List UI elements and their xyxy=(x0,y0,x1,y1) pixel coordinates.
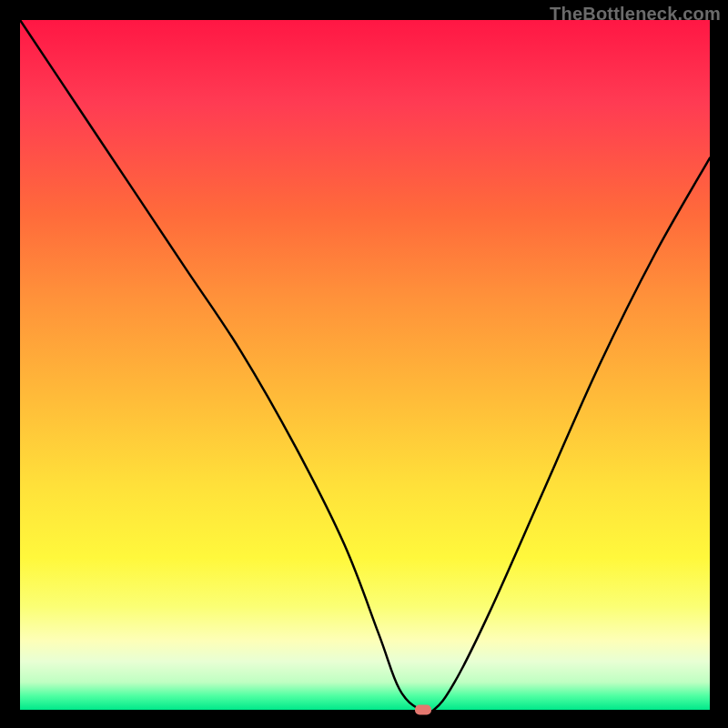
chart-frame: TheBottleneck.com xyxy=(0,0,728,728)
curve-path xyxy=(20,20,710,713)
plot-area xyxy=(20,20,710,710)
watermark-text: TheBottleneck.com xyxy=(550,4,721,25)
optimal-point-marker xyxy=(415,705,431,715)
bottleneck-curve xyxy=(20,20,710,710)
